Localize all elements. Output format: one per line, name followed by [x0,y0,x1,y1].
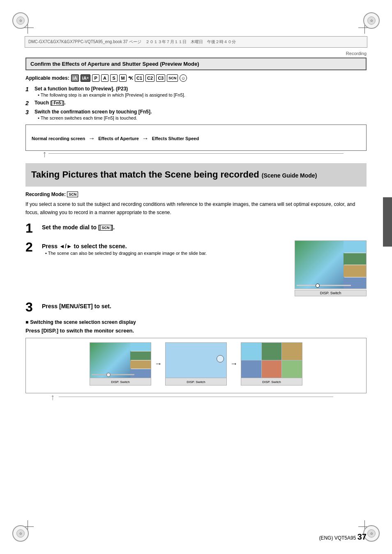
press-disp-heading: Press [DISP.] to switch the monitor scre… [25,328,367,334]
big-section-title: Taking Pictures that match the Scene bei… [31,169,361,181]
mode-A: A [101,74,108,82]
recording-mode-icon: SCN [67,192,78,197]
disp-bar-3: DISP. Switch [241,378,302,385]
mode-sep: ⁴K [128,76,133,81]
slider-in-screen1 [92,374,134,375]
monitor-screen-inner-3 [241,343,302,378]
recording-mode-line: Recording Mode: SCN [25,192,367,198]
monitor-screen-3: DISP. Switch [241,342,302,385]
disp-bar-1: DISP. Switch [90,378,151,385]
slider-handle[interactable] [316,284,320,288]
monitor-screen-inner-1 [90,343,151,378]
monitor-arrow-1: → [154,360,162,368]
taking-pictures-title: Taking Pictures that match the Scene bei… [31,169,259,180]
ms-thumb-1c [130,360,151,369]
mode-C1: C1 [135,74,144,82]
fn5-icon: Fn5 [52,100,62,106]
monitor-screen-inner-2 [166,343,226,378]
mode-iAplus: iA+ [81,74,90,82]
description-text: If you select a scene to suit the subjec… [25,201,367,216]
mode-M: M [119,74,127,82]
page-text: (ENG) VQT5A95 [319,535,356,541]
monitor-screen-box-1: DISP. Switch [90,342,151,385]
section2: Taking Pictures that match the Scene bei… [25,163,367,393]
ms-cell-3 [282,343,302,360]
taking-pictures-subtitle: (Scene Guide Mode) [262,172,317,179]
corner-circle-top-right: ✿ [363,12,380,29]
step-item-1: 1 Set a function button to [Preview]. (P… [25,86,367,97]
step-content-1: Set a function button to [Preview]. (P23… [35,86,185,97]
recording-mode-label: Recording Mode: [25,192,66,197]
scene-image-grid [295,240,367,289]
file-info: DMC-GX7C&GX7K&GX7PPC-VQT5A95_eng.book 37… [28,39,236,45]
big-step-3: 3 Press [MENU/SET] to set. [25,300,367,314]
monitor-screen-box-3: DISP. Switch [241,342,302,385]
ms-thumb-1a [130,343,151,351]
chapter-tab [383,197,392,247]
corner-circle-bottom-left: ✿ [12,525,29,542]
main-content: Confirm the Effects of Aperture and Shut… [25,58,367,521]
big-step-num-3: 3 [25,300,38,314]
scn-badge: SCN [100,225,111,231]
thumb-4 [344,277,366,289]
step-num-3: 3 [25,109,31,120]
ms-thumb-1b [130,351,151,360]
ms-cell-1 [241,343,261,360]
ms-main-3 [241,343,302,378]
flow-shutter: Effects Shutter Speed [152,136,199,141]
subtitle-text: (Scene Guide Mode) [262,172,317,179]
step1-sub: The following step is an example in whic… [38,92,185,97]
mode-S: S [110,74,118,82]
disp-label-3: DISP. Switch [262,380,281,384]
mode-P: P [92,74,99,82]
mode-C2: C2 [145,74,154,82]
step3-sub: The screen switches each time [Fn5] is t… [38,115,152,120]
switching-heading-text: Switching the scene selection screen dis… [30,319,136,325]
mode-scene: ☺ [180,74,187,82]
header-bar: DMC-GX7C&GX7K&GX7PPC-VQT5A95_eng.book 37… [25,36,367,48]
section1-title: Confirm the Effects of Aperture and Shut… [30,61,199,67]
step2-main: Touch [Fn5]. [35,100,66,106]
applicable-modes-line: Applicable modes: iA iA+ P A S M ⁴K C1 C… [25,74,367,82]
mode-SCN: SCN [167,74,178,82]
page-number: (ENG) VQT5A95 37 [319,532,367,542]
ms-cell-4 [241,360,261,378]
ms-thumbs-1 [130,343,151,378]
big-step-num-1: 1 [25,222,38,235]
big-step2-main: Press ◄/► to select the scene. [42,243,207,249]
big-step-1: 1 Set the mode dial to [SCN]. [25,222,367,235]
page-num: 37 [357,532,367,541]
flow-diagram: Normal recording screen → Effects of Ape… [32,132,360,145]
flow-container: Normal recording screen → Effects of Ape… [25,125,367,151]
section1-title-box: Confirm the Effects of Aperture and Shut… [25,58,367,70]
step-num-1: 1 [25,86,31,97]
big-step3-main: Press [MENU/SET] to set. [42,303,111,309]
step3-main: Switch the confirmation screen by touchi… [35,109,152,115]
back-arrow-2: ↑ [51,392,55,402]
step-item-2: 2 Touch [Fn5]. [25,100,367,106]
scene-thumbnails [344,241,366,289]
scene-disp-bar: DISP. Switch [295,290,367,296]
ms-cell-5 [262,360,282,378]
big-step-content-2: Press ◄/► to select the scene. The scene… [42,240,207,256]
monitor-flow: DISP. Switch → DISP. Switch [32,342,360,385]
step-content-2: Touch [Fn5]. [35,100,66,106]
flow-arrow-1: → [88,135,95,142]
monitor-arrow-2: → [230,360,238,368]
ms-main-1 [90,343,131,378]
ms-cell-6 [282,360,302,378]
slider-dot-1 [106,373,111,377]
section1: Confirm the Effects of Aperture and Shut… [25,58,367,151]
slider-overlay [297,285,364,286]
monitor-screen-2: DISP. Switch [165,342,227,385]
scene-main-image [295,241,344,289]
big-step-2: 2 Press ◄/► to select the scene. The sce… [25,240,289,256]
step-num-2: 2 [25,100,31,106]
disp-bar-2: DISP. Switch [166,378,226,385]
flow-arrow-2: → [142,135,149,142]
steps-list: 1 Set a function button to [Preview]. (P… [25,86,367,120]
ms-thumb-1d [130,369,151,378]
ms-cell-2 [262,343,282,360]
monitor-flow-container: DISP. Switch → DISP. Switch [25,338,367,393]
back-arrow-1: ↑ [42,149,47,159]
